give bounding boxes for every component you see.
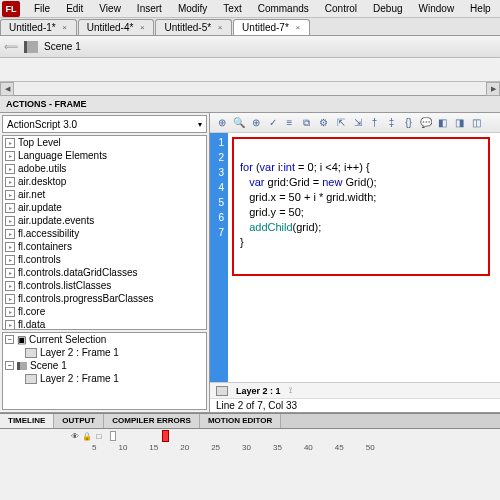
help-icon[interactable]: 💬: [418, 115, 433, 130]
layer-icon: [216, 386, 228, 396]
uncomment-icon[interactable]: ‡: [384, 115, 399, 130]
document-tab[interactable]: Untitled-5*×: [155, 19, 232, 35]
pin-icon[interactable]: ⟟: [289, 385, 292, 396]
hint-icon[interactable]: ⧉: [299, 115, 314, 130]
frame-1[interactable]: [110, 431, 116, 441]
current-selection-label: Current Selection: [29, 334, 106, 345]
scene-item[interactable]: Layer 2 : Frame 1: [3, 372, 206, 385]
horizontal-scrollbar[interactable]: ◀ ▶: [0, 81, 500, 95]
collapse-icon[interactable]: −: [5, 361, 14, 370]
frame-1-playhead[interactable]: [162, 430, 169, 442]
timeline-ruler[interactable]: 5101520253035404550: [0, 443, 500, 452]
lock-icon[interactable]: 🔒: [82, 431, 92, 441]
package-item[interactable]: ▸fl.controls.dataGridClasses: [3, 266, 206, 279]
code-editor-area: ⊕ 🔍 ⊕ ✓ ≡ ⧉ ⚙ ⇱ ⇲ † ‡ {} 💬 ◧ ◨ ◫ 1234567…: [210, 113, 500, 412]
code-status-bar: Layer 2 : 1 ⟟: [210, 382, 500, 398]
package-icon: ▸: [5, 307, 15, 317]
code-line: [240, 145, 482, 160]
package-item[interactable]: ▸air.desktop: [3, 175, 206, 188]
line-gutter: 1234567: [210, 133, 228, 382]
close-icon[interactable]: ×: [60, 23, 70, 33]
document-tab[interactable]: Untitled-1*×: [0, 19, 77, 35]
ruler-mark: 5: [92, 443, 96, 452]
code-area[interactable]: 1234567 for (var i:int = 0; i <4; i++) {…: [210, 133, 500, 382]
package-item[interactable]: ▸fl.core: [3, 305, 206, 318]
collapse-icon[interactable]: ⇱: [333, 115, 348, 130]
menu-file[interactable]: File: [26, 1, 58, 16]
code-line: addChild(grid);: [240, 220, 482, 235]
package-item[interactable]: ▸fl.containers: [3, 240, 206, 253]
scroll-left-icon[interactable]: ◀: [0, 82, 14, 96]
package-item[interactable]: ▸Language Elements: [3, 149, 206, 162]
panel-tab-timeline[interactable]: TIMELINE: [0, 414, 54, 428]
scroll-right-icon[interactable]: ▶: [486, 82, 500, 96]
comment-icon[interactable]: †: [367, 115, 382, 130]
debug-icon[interactable]: ⚙: [316, 115, 331, 130]
panel-tab-motion-editor[interactable]: MOTION EDITOR: [200, 414, 281, 428]
code-text[interactable]: for (var i:int = 0; i <4; i++) { var gri…: [228, 133, 500, 382]
package-label: fl.controls: [18, 254, 61, 265]
close-icon[interactable]: ×: [293, 23, 303, 33]
menu-text[interactable]: Text: [215, 1, 249, 16]
code-line: }: [240, 235, 482, 250]
format-icon[interactable]: ≡: [282, 115, 297, 130]
layer-icon: [25, 348, 37, 358]
language-dropdown[interactable]: ActionScript 3.0: [2, 115, 207, 133]
expand-icon[interactable]: ⇲: [350, 115, 365, 130]
package-item[interactable]: ▸fl.data: [3, 318, 206, 330]
document-tab[interactable]: Untitled-7*×: [233, 19, 310, 35]
menu-insert[interactable]: Insert: [129, 1, 170, 16]
close-icon[interactable]: ×: [215, 23, 225, 33]
current-selection-item[interactable]: Layer 2 : Frame 1: [3, 346, 206, 359]
scene-node[interactable]: − Scene 1: [3, 359, 206, 372]
menu-commands[interactable]: Commands: [250, 1, 317, 16]
pin-icon[interactable]: ◫: [469, 115, 484, 130]
package-icon: ▸: [5, 190, 15, 200]
add-icon[interactable]: ⊕: [214, 115, 229, 130]
document-tab[interactable]: Untitled-4*×: [78, 19, 155, 35]
package-item[interactable]: ▸air.update.events: [3, 214, 206, 227]
package-tree[interactable]: ▸Top Level▸Language Elements▸adobe.utils…: [2, 135, 207, 330]
package-item[interactable]: ▸fl.controls.progressBarClasses: [3, 292, 206, 305]
menu-modify[interactable]: Modify: [170, 1, 215, 16]
package-item[interactable]: ▸Top Level: [3, 136, 206, 149]
package-item[interactable]: ▸air.update: [3, 201, 206, 214]
tab-label: Untitled-1*: [9, 22, 56, 33]
package-item[interactable]: ▸adobe.utils: [3, 162, 206, 175]
selection-tree[interactable]: − ▣ Current Selection Layer 2 : Frame 1 …: [2, 332, 207, 410]
target-icon[interactable]: ⊕: [248, 115, 263, 130]
package-item[interactable]: ▸air.net: [3, 188, 206, 201]
package-item[interactable]: ▸fl.controls.listClasses: [3, 279, 206, 292]
current-selection-node[interactable]: − ▣ Current Selection: [3, 333, 206, 346]
menu-help[interactable]: Help: [462, 1, 499, 16]
outline-icon[interactable]: □: [94, 431, 104, 441]
menu-debug[interactable]: Debug: [365, 1, 410, 16]
line-number: 3: [210, 165, 224, 180]
bottom-panel-tabs: TIMELINEOUTPUTCOMPILER ERRORSMOTION EDIT…: [0, 413, 500, 429]
ruler-mark: 40: [304, 443, 313, 452]
menu-view[interactable]: View: [91, 1, 129, 16]
check-icon[interactable]: ✓: [265, 115, 280, 130]
assist-icon[interactable]: ◨: [452, 115, 467, 130]
panel-tab-output[interactable]: OUTPUT: [54, 414, 104, 428]
find-icon[interactable]: 🔍: [231, 115, 246, 130]
scene-label[interactable]: Scene 1: [44, 41, 81, 52]
menu-window[interactable]: Window: [411, 1, 463, 16]
menu-edit[interactable]: Edit: [58, 1, 91, 16]
package-icon: ▸: [5, 281, 15, 291]
menu-control[interactable]: Control: [317, 1, 365, 16]
package-item[interactable]: ▸fl.controls: [3, 253, 206, 266]
collapse-icon[interactable]: −: [5, 335, 14, 344]
app-logo: FL: [2, 1, 20, 17]
bracket-icon[interactable]: {}: [401, 115, 416, 130]
eye-icon[interactable]: 👁: [70, 431, 80, 441]
back-icon[interactable]: ⟸: [4, 41, 18, 52]
panel-tab-compiler-errors[interactable]: COMPILER ERRORS: [104, 414, 200, 428]
line-number: 2: [210, 150, 224, 165]
ref-icon[interactable]: ◧: [435, 115, 450, 130]
package-label: fl.accessibility: [18, 228, 79, 239]
close-icon[interactable]: ×: [137, 23, 147, 33]
actions-panel-header[interactable]: ACTIONS - FRAME: [0, 96, 500, 113]
menu-bar: FL FileEditViewInsertModifyTextCommandsC…: [0, 0, 500, 18]
package-item[interactable]: ▸fl.accessibility: [3, 227, 206, 240]
